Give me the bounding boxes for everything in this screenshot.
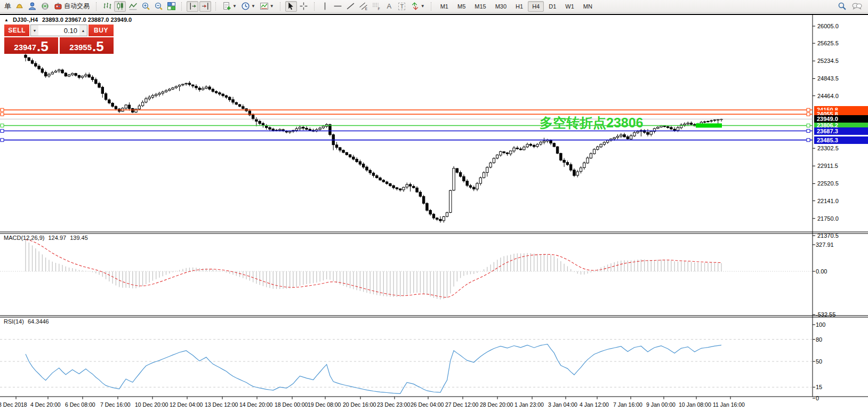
zoom-out-button[interactable] bbox=[152, 1, 164, 12]
candle bbox=[219, 93, 221, 94]
line-handle[interactable] bbox=[807, 139, 810, 142]
chart-shift-button[interactable] bbox=[187, 1, 198, 12]
text-label-tool-button[interactable]: T bbox=[396, 1, 408, 12]
candle bbox=[71, 74, 74, 75]
candle bbox=[342, 150, 344, 152]
timeframe-MN[interactable]: MN bbox=[579, 1, 597, 12]
crosshair-icon bbox=[299, 2, 308, 11]
candle bbox=[687, 123, 689, 124]
auto-scroll-button[interactable] bbox=[199, 1, 211, 12]
candle bbox=[41, 69, 43, 72]
candle bbox=[593, 149, 595, 154]
candle bbox=[476, 183, 478, 189]
candle bbox=[345, 152, 348, 155]
trendline-tool-button[interactable] bbox=[345, 1, 357, 12]
candle bbox=[600, 144, 602, 147]
auto-trading-button[interactable]: 自动交易 bbox=[52, 1, 92, 12]
timeframe-D1[interactable]: D1 bbox=[544, 1, 560, 12]
timeframe-M30[interactable]: M30 bbox=[491, 1, 511, 12]
volume-input[interactable] bbox=[38, 25, 79, 36]
buy-price-box[interactable]: 23955 .5 bbox=[60, 37, 114, 54]
candle bbox=[623, 135, 625, 137]
cursor-tool-button[interactable] bbox=[285, 1, 297, 12]
candle bbox=[362, 164, 364, 167]
crosshair-tool-button[interactable] bbox=[298, 1, 310, 12]
tile-windows-button[interactable] bbox=[165, 1, 177, 12]
periods-button[interactable]: ▼ bbox=[239, 1, 257, 12]
timeframe-group: M1M5M15M30H1H4D1W1MN bbox=[436, 1, 597, 12]
timeframe-H4[interactable]: H4 bbox=[528, 1, 544, 12]
panel-separators bbox=[0, 14, 868, 397]
candle bbox=[426, 204, 428, 211]
candle bbox=[299, 127, 301, 129]
line-handle[interactable] bbox=[807, 124, 810, 127]
equidistant-channel-tool-button[interactable]: E bbox=[358, 1, 369, 12]
fibonacci-tool-button[interactable]: F bbox=[371, 1, 382, 12]
arrows-tool-button[interactable]: ▼ bbox=[409, 1, 427, 12]
timeframe-H1[interactable]: H1 bbox=[511, 1, 527, 12]
candle bbox=[352, 157, 355, 159]
line-chart-mode-button[interactable] bbox=[127, 1, 139, 12]
candle bbox=[660, 126, 662, 127]
candle bbox=[372, 173, 374, 176]
candlestick-mode-button[interactable] bbox=[114, 1, 126, 12]
line-handle[interactable] bbox=[1, 124, 4, 127]
line-handle[interactable] bbox=[1, 139, 4, 142]
candle bbox=[235, 102, 237, 104]
candle bbox=[356, 159, 358, 162]
candle bbox=[95, 79, 97, 84]
candle bbox=[28, 58, 30, 60]
volume-decrease-button[interactable]: ▼ bbox=[31, 25, 38, 36]
candle bbox=[439, 219, 441, 221]
candle bbox=[269, 127, 271, 129]
templates-button[interactable]: ▼ bbox=[258, 1, 276, 12]
chat-button[interactable] bbox=[851, 1, 863, 12]
line-handle[interactable] bbox=[807, 130, 810, 133]
collapse-icon[interactable]: ▲ bbox=[4, 18, 9, 22]
candle bbox=[569, 165, 572, 170]
candle bbox=[563, 160, 565, 162]
candle bbox=[717, 119, 719, 120]
candle bbox=[349, 155, 351, 157]
timeframe-M1[interactable]: M1 bbox=[436, 1, 453, 12]
line-handle[interactable] bbox=[1, 108, 4, 111]
candle bbox=[403, 187, 405, 190]
candle bbox=[54, 71, 57, 72]
candle bbox=[329, 125, 331, 135]
line-handle[interactable] bbox=[1, 130, 4, 133]
timeframe-M15[interactable]: M15 bbox=[470, 1, 490, 12]
accounts-icon[interactable] bbox=[26, 1, 38, 12]
indicators-button[interactable]: ▼ bbox=[221, 1, 238, 12]
arrows-icon bbox=[411, 2, 420, 11]
buy-button[interactable]: BUY bbox=[89, 25, 114, 36]
candle bbox=[710, 120, 712, 121]
candle bbox=[382, 180, 384, 182]
vertical-line-tool-button[interactable] bbox=[319, 1, 331, 12]
timeframe-W1[interactable]: W1 bbox=[561, 1, 578, 12]
candle bbox=[429, 211, 431, 214]
timeframe-M5[interactable]: M5 bbox=[453, 1, 470, 12]
candle bbox=[453, 168, 455, 190]
chart-canvas[interactable] bbox=[0, 14, 868, 411]
trading-terminal: 单 自动交易 bbox=[0, 0, 868, 411]
candle bbox=[208, 87, 211, 89]
bar-chart-mode-button[interactable] bbox=[101, 1, 113, 12]
candle bbox=[128, 105, 130, 109]
search-button[interactable] bbox=[836, 1, 848, 12]
sell-price-box[interactable]: 23947 .5 bbox=[4, 37, 58, 54]
zoom-in-button[interactable] bbox=[140, 1, 151, 12]
sell-button[interactable]: SELL bbox=[4, 25, 29, 36]
candle bbox=[576, 172, 578, 175]
line-handle[interactable] bbox=[1, 112, 4, 116]
trend-highlight-bar[interactable] bbox=[696, 123, 722, 127]
line-handle[interactable] bbox=[807, 108, 810, 111]
line-handle[interactable] bbox=[807, 112, 810, 116]
gold-ingot-icon[interactable] bbox=[13, 1, 25, 12]
svg-text:E: E bbox=[365, 7, 367, 11]
horizontal-line-tool-button[interactable] bbox=[332, 1, 344, 12]
volume-increase-button[interactable]: ▲ bbox=[79, 25, 87, 36]
text-tool-button[interactable]: A bbox=[383, 1, 395, 12]
new-order-button[interactable]: 单 bbox=[3, 2, 12, 11]
signal-icon[interactable] bbox=[39, 1, 51, 12]
candle bbox=[168, 89, 171, 91]
